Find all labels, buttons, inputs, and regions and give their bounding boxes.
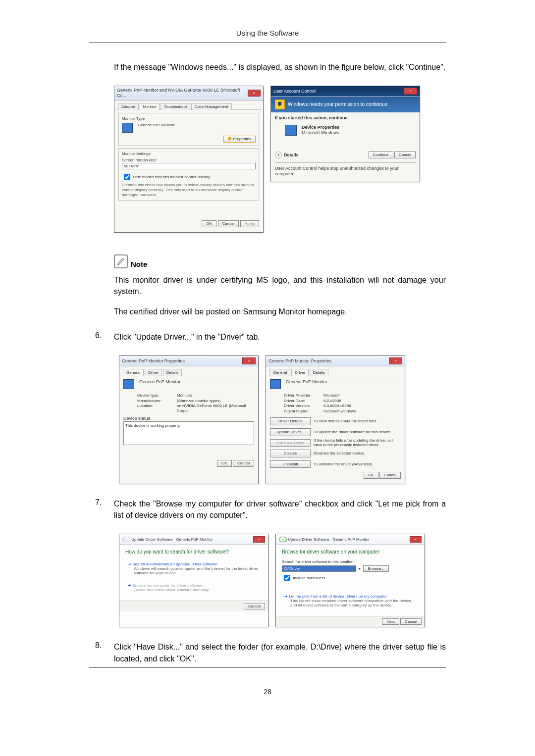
update-driver-desc: To update the driver software for this d…: [314, 430, 401, 435]
label: Device type:: [137, 393, 177, 398]
value: (Standard monitor types): [177, 399, 254, 403]
hide-modes-note: Clearing this check box allows you to se…: [122, 183, 256, 197]
uac-app-name: Device Properties: [302, 125, 339, 130]
refresh-label: Screen refresh rate:: [122, 158, 256, 163]
dlg4-title: Generic PnP Monitor Properties: [268, 358, 331, 364]
chevron-down-icon[interactable]: ▾: [275, 151, 282, 158]
page-number: 28: [89, 688, 446, 696]
tab-driver[interactable]: Driver: [145, 369, 162, 376]
path-label: Search for driver software in this locat…: [282, 559, 419, 564]
tab-details[interactable]: Details: [310, 369, 328, 376]
back-icon[interactable]: ←: [279, 537, 287, 542]
wiz1-crumb: Update Driver Software - Generic PnP Mon…: [131, 537, 213, 542]
disable-button[interactable]: Disable: [270, 450, 311, 457]
path-input[interactable]: D:\Driver: [282, 565, 356, 572]
tab-driver[interactable]: Driver: [291, 369, 309, 376]
next-button[interactable]: Next: [382, 618, 399, 625]
ok-button[interactable]: OK: [202, 220, 216, 227]
option-pick-from-list[interactable]: ➔ Let me pick from a list of device driv…: [282, 592, 419, 610]
wiz2-heading: Browse for driver software on your compu…: [282, 549, 419, 554]
browse-button[interactable]: Browse...: [363, 565, 388, 572]
monitor-icon: [122, 123, 133, 133]
close-icon[interactable]: ×: [253, 536, 265, 543]
ok-button[interactable]: OK: [217, 460, 232, 467]
step-number-6: 6.: [95, 331, 114, 343]
value: Microsoft: [323, 393, 401, 398]
close-icon[interactable]: ×: [410, 536, 422, 543]
app-icon: [285, 125, 297, 136]
refresh-rate-select[interactable]: 60 Hertz: [122, 163, 256, 170]
note-paragraph-1: This monitor driver is under certifying …: [114, 274, 446, 297]
dlg3-title: Generic PnP Monitor Properties: [122, 358, 185, 364]
uninstall-button[interactable]: Uninstall: [270, 460, 311, 468]
intro-text: If the message "Windows needs..." is dis…: [114, 61, 446, 73]
wiz2-crumb: Update Driver Software - Generic PnP Mon…: [288, 537, 369, 542]
uac-publisher: Microsoft Windows: [302, 130, 339, 136]
option-browse-desc: Locate and install driver software manua…: [134, 588, 260, 592]
continue-button[interactable]: Continue: [369, 151, 393, 158]
cancel-button[interactable]: Cancel: [244, 603, 265, 609]
close-icon[interactable]: ×: [248, 90, 261, 97]
ok-button[interactable]: OK: [364, 472, 378, 479]
apply-button[interactable]: Apply: [240, 220, 259, 227]
tab-color-management[interactable]: Color Management: [191, 103, 232, 110]
include-subfolders-checkbox[interactable]: [284, 575, 290, 581]
monitor-settings-label: Monitor Settings: [122, 151, 256, 156]
tab-adapter[interactable]: Adapter: [118, 103, 139, 110]
properties-button[interactable]: ⛊ Properties: [223, 136, 256, 143]
cancel-button[interactable]: Cancel: [379, 472, 401, 479]
option-browse[interactable]: ➔ Browse my computer for driver software…: [125, 581, 262, 595]
value: 6.0.6000.16386: [323, 403, 401, 408]
step-6-text: Click "Update Driver..." in the "Driver"…: [114, 331, 446, 343]
update-driver-button[interactable]: Update Driver...: [270, 428, 311, 436]
dlg3-device-name: Generic PnP Monitor: [139, 379, 180, 389]
tab-general[interactable]: General: [123, 369, 144, 376]
cancel-button[interactable]: Cancel: [233, 460, 254, 467]
tab-monitor[interactable]: Monitor: [140, 103, 160, 110]
tab-general[interactable]: General: [269, 369, 290, 376]
monitor-icon: [270, 379, 281, 389]
rollback-driver-desc: If the device fails after updating the d…: [314, 438, 401, 448]
driver-details-button[interactable]: Driver Details: [270, 417, 311, 425]
close-icon[interactable]: ×: [242, 357, 256, 364]
step-8-text: Click "Have Disk..." and select the fold…: [114, 641, 446, 664]
label: Driver Version:: [284, 403, 323, 408]
tab-details[interactable]: Details: [163, 369, 182, 376]
uac-subtext: If you started this action, continue.: [275, 115, 416, 121]
value: on NVIDIA GeForce 6600 LE (Microsoft Cor…: [177, 403, 254, 413]
details-toggle[interactable]: Details: [284, 152, 299, 158]
monitor-type-label: Monitor Type: [122, 116, 256, 121]
tab-troubleshoot[interactable]: Troubleshoot: [160, 103, 190, 110]
step-7-text: Check the "Browse my computer for driver…: [114, 498, 446, 521]
close-icon[interactable]: ×: [389, 357, 402, 364]
include-subfolders-label: Include subfolders: [293, 576, 325, 580]
note-icon: [114, 254, 128, 268]
driver-details-desc: To view details about the driver files.: [314, 419, 401, 424]
label: Manufacturer:: [137, 399, 177, 403]
option-auto-desc: Windows will search your computer and th…: [134, 566, 260, 575]
cancel-button[interactable]: Cancel: [394, 151, 416, 158]
monitor-type-value: Generic PnP Monitor: [138, 123, 256, 128]
disable-desc: Disables the selected device.: [314, 451, 401, 456]
note-heading: Note: [131, 260, 147, 268]
dialog-uac: User Account Control × ⛊ Windows needs y…: [270, 86, 420, 182]
value: 6/21/2006: [323, 399, 401, 403]
label: Driver Date:: [284, 399, 323, 403]
rollback-driver-button[interactable]: Roll Back Driver: [270, 439, 311, 447]
cancel-button[interactable]: Cancel: [218, 220, 239, 227]
option-auto-search[interactable]: ➔ Search automatically for updated drive…: [125, 559, 262, 578]
uac-headline: Windows needs your permission to contion…: [288, 101, 389, 107]
device-status-label: Device status: [123, 416, 254, 421]
wiz1-heading: How do you want to search for driver sof…: [125, 549, 262, 554]
dialog-props-driver: Generic PnP Monitor Properties × General…: [266, 355, 405, 484]
dlg2-title: User Account Control: [273, 89, 316, 94]
device-status-box: This device is working properly.: [123, 421, 254, 445]
option-pick-desc: This list will show installed driver sof…: [290, 599, 416, 607]
uac-footer: User Account Control helps stop unauthor…: [275, 162, 416, 177]
value: Monitors: [177, 393, 254, 398]
cancel-button[interactable]: Cancel: [400, 618, 422, 625]
close-icon[interactable]: ×: [404, 88, 417, 95]
uninstall-desc: To uninstall the driver (Advanced).: [314, 462, 401, 467]
hide-modes-checkbox[interactable]: [124, 174, 130, 180]
back-icon[interactable]: ←: [122, 537, 130, 542]
